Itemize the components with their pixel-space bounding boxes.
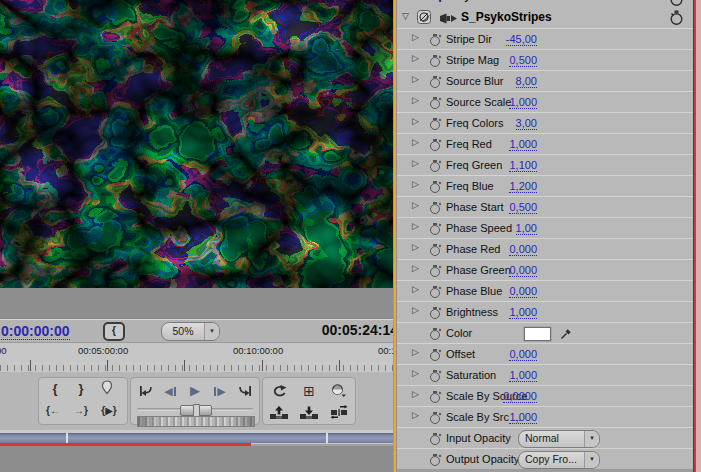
stopwatch-icon[interactable] [430, 78, 440, 88]
expand-triangle-icon[interactable]: ▷ [412, 179, 419, 189]
property-value[interactable]: 1,00 [516, 222, 537, 235]
stopwatch-icon[interactable] [430, 225, 440, 235]
step-forward-button[interactable]: ▶ [209, 382, 231, 400]
property-value[interactable]: 1,000 [509, 369, 537, 382]
stopwatch-icon[interactable] [430, 267, 440, 277]
property-row[interactable]: ▷ Phase Red 0,000 [397, 238, 693, 260]
stopwatch-icon[interactable] [669, 0, 684, 7]
effect-name[interactable]: S_PsykoStripes [461, 10, 552, 24]
property-row[interactable]: ▷ Source Blur 8,00 [397, 70, 693, 92]
expand-triangle-icon[interactable]: ▷ [412, 74, 419, 84]
jog-slider[interactable] [137, 405, 253, 414]
property-value[interactable]: 3,00 [516, 117, 537, 130]
expand-triangle-icon[interactable]: ▷ [412, 200, 419, 210]
safe-margins-button[interactable]: ⊞ [297, 382, 321, 400]
property-value[interactable]: 0,000 [509, 243, 537, 256]
stopwatch-reset-button[interactable] [669, 9, 684, 30]
property-row[interactable]: ▷ Saturation 1,000 [397, 364, 693, 386]
stopwatch-icon[interactable] [430, 99, 440, 109]
property-row[interactable]: ▷ Color [397, 322, 693, 344]
expand-triangle-icon[interactable]: ▷ [412, 158, 419, 168]
property-row[interactable]: ▷ Scale By Src ... 1,000 [397, 406, 693, 428]
property-value[interactable]: 0,500 [509, 201, 537, 214]
expand-triangle-icon[interactable]: ▷ [412, 305, 419, 315]
expand-triangle-icon[interactable]: ▷ [412, 95, 419, 105]
stopwatch-icon[interactable] [430, 36, 440, 46]
stopwatch-icon[interactable] [430, 351, 440, 361]
stopwatch-icon[interactable] [430, 393, 440, 403]
set-in-point-button[interactable]: { [43, 380, 67, 398]
stopwatch-icon[interactable] [430, 372, 440, 382]
property-row-clipped[interactable]: ▽ Opacity [397, 0, 693, 7]
property-value[interactable]: 1,000 [509, 411, 537, 424]
property-row[interactable]: ▷ Freq Red 1,000 [397, 133, 693, 155]
stopwatch-icon[interactable] [430, 330, 440, 340]
expand-triangle-icon[interactable]: ▷ [412, 221, 419, 231]
timeline-ruler[interactable]: 0000:05:00:0000:10:00:0000:1 [0, 342, 393, 373]
property-row[interactable]: ▷ Phase Speed 1,00 [397, 217, 693, 239]
chevron-down-icon[interactable]: ▼ [584, 452, 599, 468]
jog-handle[interactable] [180, 405, 212, 416]
stopwatch-icon[interactable] [430, 162, 440, 172]
property-row[interactable]: ▷ Input Opacity Normal ▼ [397, 427, 693, 449]
property-value[interactable]: 1,200 [509, 180, 537, 193]
stopwatch-icon[interactable] [430, 309, 440, 319]
set-out-point-button[interactable]: } [69, 380, 93, 398]
property-value[interactable]: 0,000 [509, 264, 537, 277]
eyedropper-icon[interactable] [560, 328, 572, 340]
property-row[interactable]: ▷ Freq Blue 1,200 [397, 175, 693, 197]
property-row[interactable]: ▷ Scale By Source 0,0000 [397, 385, 693, 407]
expand-triangle-icon[interactable]: ▷ [412, 137, 419, 147]
property-value[interactable]: 8,00 [516, 75, 537, 88]
expand-triangle-icon[interactable]: ▷ [412, 389, 419, 399]
effect-header-row[interactable]: ▽ S_PsykoStripes [397, 7, 693, 28]
set-marker-button[interactable] [95, 380, 119, 398]
collapse-triangle-icon[interactable]: ▽ [402, 11, 409, 21]
property-row[interactable]: ▷ Phase Green 0,000 [397, 259, 693, 281]
color-swatch[interactable] [524, 327, 551, 341]
property-value[interactable]: 0,0000 [503, 390, 537, 403]
stopwatch-icon[interactable] [430, 57, 440, 67]
stopwatch-icon[interactable] [430, 141, 440, 151]
effect-setup-icon[interactable] [439, 11, 458, 29]
property-value[interactable]: 1,000 [509, 138, 537, 151]
property-row[interactable]: ▷ Brightness 1,000 [397, 301, 693, 323]
go-to-in-point-button[interactable]: {← [41, 402, 65, 420]
loop-button[interactable] [267, 382, 291, 400]
dropdown[interactable]: Normal ▼ [518, 430, 600, 448]
property-row[interactable]: ▷ Stripe Mag 0,500 [397, 49, 693, 71]
play-button[interactable]: ▶ [184, 382, 206, 400]
output-settings-button[interactable] [327, 382, 351, 400]
current-timecode[interactable]: 0:00:00:00 [1, 323, 70, 340]
go-to-previous-edit-button[interactable] [133, 382, 157, 400]
effect-timeline-playhead[interactable] [693, 0, 701, 472]
stopwatch-icon[interactable] [430, 435, 440, 445]
play-in-to-out-button[interactable]: {▶} [97, 402, 121, 420]
extract-button[interactable] [297, 403, 321, 421]
trim-button[interactable] [327, 403, 351, 421]
go-to-out-point-button[interactable]: →} [69, 402, 93, 420]
expand-triangle-icon[interactable]: ▷ [412, 284, 419, 294]
expand-triangle-icon[interactable]: ▷ [412, 53, 419, 63]
property-value[interactable]: 1,000 [509, 306, 537, 319]
shuttle-slider[interactable] [137, 416, 255, 427]
property-value[interactable]: 1,000 [509, 96, 537, 109]
expand-triangle-icon[interactable]: ▷ [412, 368, 419, 378]
property-value[interactable]: 0,500 [509, 54, 537, 67]
effect-enabled-toggle[interactable] [417, 10, 431, 28]
zoom-level-dropdown[interactable]: 50% ▼ [161, 322, 220, 341]
expand-triangle-icon[interactable]: ▷ [412, 242, 419, 252]
expand-triangle-icon[interactable]: ▷ [412, 263, 419, 273]
stopwatch-icon[interactable] [430, 288, 440, 298]
property-row[interactable]: ▷ Stripe Dir -45,00 [397, 28, 693, 50]
property-value[interactable]: 0,000 [509, 285, 537, 298]
expand-triangle-icon[interactable]: ▷ [412, 347, 419, 357]
property-row[interactable]: ▷ Freq Colors 3,00 [397, 112, 693, 134]
property-row[interactable]: ▷ Phase Start 0,500 [397, 196, 693, 218]
dropdown[interactable]: Copy Fro... ▼ [518, 451, 600, 469]
stopwatch-icon[interactable] [430, 414, 440, 424]
property-value[interactable]: 1,100 [509, 159, 537, 172]
chevron-down-icon[interactable]: ▼ [204, 323, 219, 340]
lift-button[interactable] [267, 403, 291, 421]
stopwatch-icon[interactable] [430, 456, 440, 466]
